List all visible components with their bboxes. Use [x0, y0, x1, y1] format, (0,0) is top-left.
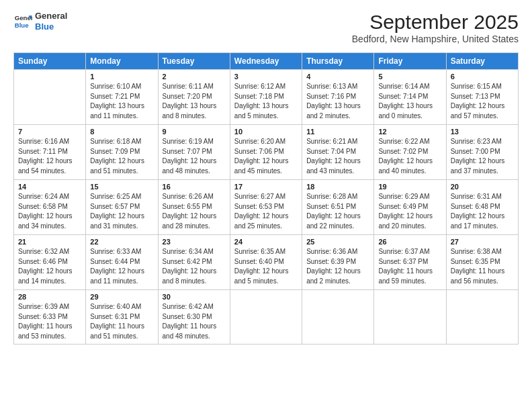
day-info: Sunrise: 6:13 AMSunset: 7:16 PMDaylight:…: [306, 82, 369, 121]
day-number: 13: [451, 128, 514, 136]
table-row: 20Sunrise: 6:31 AMSunset: 6:48 PMDayligh…: [446, 180, 518, 235]
day-info: Sunrise: 6:38 AMSunset: 6:35 PMDaylight:…: [451, 247, 514, 286]
table-row: 9Sunrise: 6:19 AMSunset: 7:07 PMDaylight…: [158, 125, 230, 180]
day-number: 24: [234, 238, 298, 246]
day-number: 26: [378, 238, 441, 246]
table-row: 12Sunrise: 6:22 AMSunset: 7:02 PMDayligh…: [374, 125, 446, 180]
logo-text-general: General: [35, 11, 67, 21]
svg-text:General: General: [15, 14, 32, 21]
table-row: 6Sunrise: 6:15 AMSunset: 7:13 PMDaylight…: [446, 70, 518, 125]
day-info: Sunrise: 6:35 AMSunset: 6:40 PMDaylight:…: [234, 247, 298, 286]
table-row: 17Sunrise: 6:27 AMSunset: 6:53 PMDayligh…: [230, 180, 302, 235]
table-row: 29Sunrise: 6:40 AMSunset: 6:31 PMDayligh…: [86, 290, 158, 345]
table-row: [14, 70, 86, 125]
title-block: September 2025 Bedford, New Hampshire, U…: [352, 11, 519, 44]
logo: General Blue General Blue: [13, 11, 67, 32]
table-row: 5Sunrise: 6:14 AMSunset: 7:14 PMDaylight…: [374, 70, 446, 125]
day-number: 4: [306, 73, 369, 81]
day-info: Sunrise: 6:25 AMSunset: 6:57 PMDaylight:…: [90, 192, 153, 231]
day-number: 9: [163, 128, 226, 136]
table-row: 23Sunrise: 6:34 AMSunset: 6:42 PMDayligh…: [158, 235, 230, 290]
logo-text-blue: Blue: [35, 21, 67, 32]
table-row: 3Sunrise: 6:12 AMSunset: 7:18 PMDaylight…: [230, 70, 302, 125]
day-number: 20: [451, 183, 514, 191]
day-info: Sunrise: 6:21 AMSunset: 7:04 PMDaylight:…: [306, 137, 369, 176]
day-number: 29: [90, 293, 153, 301]
day-info: Sunrise: 6:40 AMSunset: 6:31 PMDaylight:…: [90, 302, 153, 341]
day-info: Sunrise: 6:26 AMSunset: 6:55 PMDaylight:…: [163, 192, 226, 231]
day-number: 2: [163, 73, 226, 81]
calendar-week-5: 28Sunrise: 6:39 AMSunset: 6:33 PMDayligh…: [14, 290, 519, 345]
calendar-week-3: 14Sunrise: 6:24 AMSunset: 6:58 PMDayligh…: [14, 180, 519, 235]
svg-text:Blue: Blue: [15, 21, 29, 28]
day-info: Sunrise: 6:31 AMSunset: 6:48 PMDaylight:…: [451, 192, 514, 231]
col-monday: Monday: [86, 53, 158, 70]
day-number: 7: [18, 128, 81, 136]
day-info: Sunrise: 6:14 AMSunset: 7:14 PMDaylight:…: [378, 82, 441, 121]
day-info: Sunrise: 6:23 AMSunset: 7:00 PMDaylight:…: [451, 137, 514, 176]
day-info: Sunrise: 6:15 AMSunset: 7:13 PMDaylight:…: [451, 82, 514, 121]
day-info: Sunrise: 6:33 AMSunset: 6:44 PMDaylight:…: [90, 247, 153, 286]
table-row: 30Sunrise: 6:42 AMSunset: 6:30 PMDayligh…: [158, 290, 230, 345]
day-number: 22: [90, 238, 153, 246]
day-info: Sunrise: 6:39 AMSunset: 6:33 PMDaylight:…: [18, 302, 81, 341]
table-row: 16Sunrise: 6:26 AMSunset: 6:55 PMDayligh…: [158, 180, 230, 235]
day-info: Sunrise: 6:32 AMSunset: 6:46 PMDaylight:…: [18, 247, 81, 286]
table-row: 22Sunrise: 6:33 AMSunset: 6:44 PMDayligh…: [86, 235, 158, 290]
col-wednesday: Wednesday: [230, 53, 302, 70]
table-row: 4Sunrise: 6:13 AMSunset: 7:16 PMDaylight…: [302, 70, 374, 125]
day-number: 23: [163, 238, 226, 246]
table-row: 15Sunrise: 6:25 AMSunset: 6:57 PMDayligh…: [86, 180, 158, 235]
table-row: 24Sunrise: 6:35 AMSunset: 6:40 PMDayligh…: [230, 235, 302, 290]
day-number: 1: [90, 73, 153, 81]
day-number: 6: [451, 73, 514, 81]
day-info: Sunrise: 6:20 AMSunset: 7:06 PMDaylight:…: [234, 137, 298, 176]
day-number: 25: [306, 238, 369, 246]
day-number: 16: [163, 183, 226, 191]
day-info: Sunrise: 6:19 AMSunset: 7:07 PMDaylight:…: [163, 137, 226, 176]
day-number: 17: [234, 183, 298, 191]
day-info: Sunrise: 6:18 AMSunset: 7:09 PMDaylight:…: [90, 137, 153, 176]
col-saturday: Saturday: [446, 53, 518, 70]
day-info: Sunrise: 6:24 AMSunset: 6:58 PMDaylight:…: [18, 192, 81, 231]
calendar-week-1: 1Sunrise: 6:10 AMSunset: 7:21 PMDaylight…: [14, 70, 519, 125]
table-row: 19Sunrise: 6:29 AMSunset: 6:49 PMDayligh…: [374, 180, 446, 235]
day-number: 15: [90, 183, 153, 191]
table-row: 7Sunrise: 6:16 AMSunset: 7:11 PMDaylight…: [14, 125, 86, 180]
day-number: 11: [306, 128, 369, 136]
day-info: Sunrise: 6:37 AMSunset: 6:37 PMDaylight:…: [378, 247, 441, 286]
day-number: 12: [378, 128, 441, 136]
table-row: 18Sunrise: 6:28 AMSunset: 6:51 PMDayligh…: [302, 180, 374, 235]
day-info: Sunrise: 6:36 AMSunset: 6:39 PMDaylight:…: [306, 247, 369, 286]
day-info: Sunrise: 6:42 AMSunset: 6:30 PMDaylight:…: [163, 302, 226, 341]
calendar-table: Sunday Monday Tuesday Wednesday Thursday…: [13, 52, 519, 345]
table-row: 28Sunrise: 6:39 AMSunset: 6:33 PMDayligh…: [14, 290, 86, 345]
logo-icon: General Blue: [13, 12, 32, 31]
day-number: 3: [234, 73, 298, 81]
table-row: 10Sunrise: 6:20 AMSunset: 7:06 PMDayligh…: [230, 125, 302, 180]
table-row: [374, 290, 446, 345]
col-sunday: Sunday: [14, 53, 86, 70]
table-row: 13Sunrise: 6:23 AMSunset: 7:00 PMDayligh…: [446, 125, 518, 180]
table-row: 27Sunrise: 6:38 AMSunset: 6:35 PMDayligh…: [446, 235, 518, 290]
table-row: [302, 290, 374, 345]
table-row: [230, 290, 302, 345]
day-info: Sunrise: 6:29 AMSunset: 6:49 PMDaylight:…: [378, 192, 441, 231]
day-number: 10: [234, 128, 298, 136]
table-row: 1Sunrise: 6:10 AMSunset: 7:21 PMDaylight…: [86, 70, 158, 125]
day-info: Sunrise: 6:10 AMSunset: 7:21 PMDaylight:…: [90, 82, 153, 121]
calendar-week-4: 21Sunrise: 6:32 AMSunset: 6:46 PMDayligh…: [14, 235, 519, 290]
day-number: 30: [163, 293, 226, 301]
month-title: September 2025: [352, 11, 519, 34]
day-number: 21: [18, 238, 81, 246]
table-row: 8Sunrise: 6:18 AMSunset: 7:09 PMDaylight…: [86, 125, 158, 180]
day-info: Sunrise: 6:34 AMSunset: 6:42 PMDaylight:…: [163, 247, 226, 286]
location: Bedford, New Hampshire, United States: [352, 34, 519, 44]
header: General Blue General Blue September 2025…: [13, 11, 519, 44]
day-info: Sunrise: 6:27 AMSunset: 6:53 PMDaylight:…: [234, 192, 298, 231]
table-row: 14Sunrise: 6:24 AMSunset: 6:58 PMDayligh…: [14, 180, 86, 235]
day-number: 28: [18, 293, 81, 301]
table-row: 21Sunrise: 6:32 AMSunset: 6:46 PMDayligh…: [14, 235, 86, 290]
table-row: 2Sunrise: 6:11 AMSunset: 7:20 PMDaylight…: [158, 70, 230, 125]
table-row: 25Sunrise: 6:36 AMSunset: 6:39 PMDayligh…: [302, 235, 374, 290]
